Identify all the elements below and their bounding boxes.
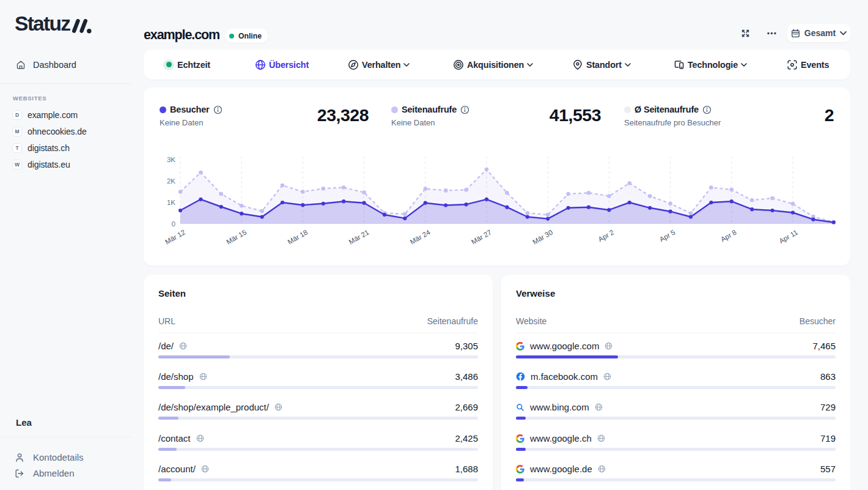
- svg-text:Mär 12: Mär 12: [164, 228, 186, 245]
- svg-text:Apr 8: Apr 8: [719, 228, 738, 243]
- svg-text:Apr 11: Apr 11: [778, 228, 799, 245]
- svg-text:Mär 27: Mär 27: [470, 228, 493, 245]
- svg-text:3K: 3K: [167, 156, 175, 163]
- svg-text:Apr 5: Apr 5: [658, 228, 677, 243]
- svg-text:1K: 1K: [167, 199, 175, 206]
- svg-text:0: 0: [172, 220, 175, 228]
- svg-text:Mär 21: Mär 21: [348, 228, 370, 245]
- svg-text:Mär 24: Mär 24: [409, 228, 432, 246]
- svg-text:Mär 18: Mär 18: [286, 228, 309, 245]
- svg-text:Apr 2: Apr 2: [597, 228, 616, 243]
- svg-text:2K: 2K: [167, 177, 175, 185]
- svg-text:Mär 30: Mär 30: [531, 228, 554, 245]
- svg-text:Mär 15: Mär 15: [225, 228, 248, 245]
